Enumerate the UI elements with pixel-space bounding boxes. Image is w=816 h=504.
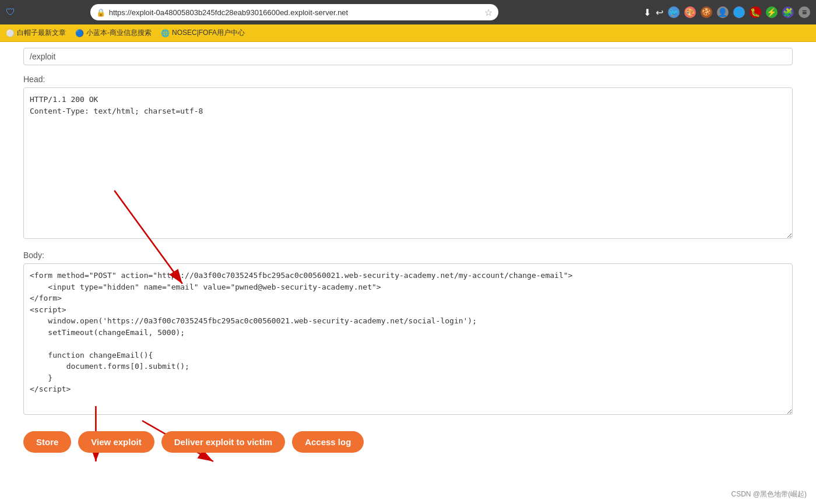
toggle-icon[interactable]: ⚡ — [766, 6, 778, 18]
bug-icon[interactable]: 🐛 — [750, 6, 761, 18]
nosec-label: NOSEC|FOFA用户中心 — [172, 28, 245, 38]
action-buttons-row: Store View exploit Deliver exploit to vi… — [23, 431, 793, 453]
bookmark-whitehacker[interactable]: ⚪ 白帽子最新文章 — [6, 28, 66, 38]
watermark: CSDN @黑色地带(崛起) — [731, 489, 807, 499]
store-button[interactable]: Store — [23, 431, 71, 453]
lock-icon: 🔒 — [96, 8, 105, 17]
url-text: https://exploit-0a48005803b245fdc28eab93… — [109, 8, 481, 17]
head-textarea[interactable] — [23, 87, 793, 239]
nosec-icon: 🌐 — [161, 29, 170, 37]
address-bar[interactable]: 🔒 https://exploit-0a48005803b245fdc28eab… — [90, 4, 498, 20]
shield-icon: 🛡 — [6, 7, 15, 17]
page-content: /exploit Head: Body: Store View exploit … — [0, 42, 816, 504]
color-icon[interactable]: 🎨 — [684, 6, 696, 18]
extension-icon[interactable]: 🧩 — [782, 6, 794, 18]
body-label: Body: — [23, 251, 793, 260]
cookie-icon[interactable]: 🍪 — [701, 6, 712, 18]
view-exploit-button[interactable]: View exploit — [78, 431, 154, 453]
exploit-path-text: /exploit — [30, 52, 55, 61]
browser-toolbar-icons: ⬇ ↩ 🐦 🎨 🍪 👤 🌐 🐛 ⚡ 🧩 ≡ — [643, 6, 810, 18]
whitehacker-label: 白帽子最新文章 — [17, 28, 66, 38]
body-textarea[interactable] — [23, 263, 793, 415]
bookmark-bluebook[interactable]: 🔵 小蓝本-商业信息搜索 — [75, 28, 152, 38]
menu-icon[interactable]: ≡ — [799, 6, 810, 18]
exploit-path-box: /exploit — [23, 48, 793, 65]
deliver-exploit-button[interactable]: Deliver exploit to victim — [161, 431, 285, 453]
twitter-icon[interactable]: 🐦 — [668, 6, 680, 18]
bluebook-label: 小蓝本-商业信息搜索 — [86, 28, 152, 38]
browser-chrome: 🛡 🔒 https://exploit-0a48005803b245fdc28e… — [0, 0, 816, 24]
back-icon[interactable]: ↩ — [656, 7, 663, 18]
bluebook-icon: 🔵 — [75, 29, 84, 37]
bookmarks-bar: ⚪ 白帽子最新文章 🔵 小蓝本-商业信息搜索 🌐 NOSEC|FOFA用户中心 — [0, 24, 816, 42]
download-icon[interactable]: ⬇ — [643, 7, 651, 18]
access-log-button[interactable]: Access log — [292, 431, 364, 453]
bookmark-star-icon[interactable]: ☆ — [484, 7, 493, 18]
whitehacker-icon: ⚪ — [6, 29, 15, 37]
user-icon[interactable]: 👤 — [717, 6, 729, 18]
browser-nav-icons: 🛡 — [6, 7, 15, 17]
head-label: Head: — [23, 75, 793, 84]
network-icon[interactable]: 🌐 — [733, 6, 745, 18]
bookmark-nosec[interactable]: 🌐 NOSEC|FOFA用户中心 — [161, 28, 245, 38]
